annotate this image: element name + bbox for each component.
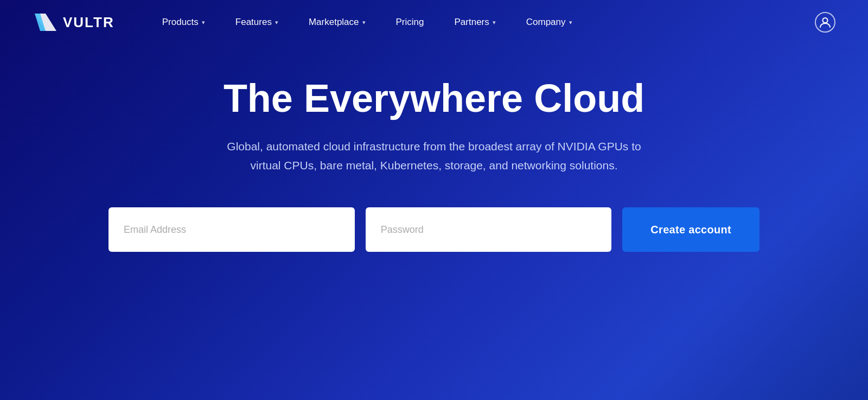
nav-item-features[interactable]: Features ▾ bbox=[220, 0, 293, 45]
vultr-logo-icon bbox=[33, 10, 56, 34]
chevron-down-icon: ▾ bbox=[493, 19, 496, 26]
nav-item-partners[interactable]: Partners ▾ bbox=[439, 0, 511, 45]
user-account-icon[interactable] bbox=[815, 12, 835, 33]
hero-title: The Everywhere Cloud bbox=[224, 77, 644, 120]
nav-item-marketplace[interactable]: Marketplace ▾ bbox=[293, 0, 381, 45]
password-input[interactable] bbox=[366, 207, 612, 252]
create-account-button[interactable]: Create account bbox=[622, 207, 760, 252]
nav-right bbox=[815, 12, 835, 33]
logo-text: VULTR bbox=[63, 14, 114, 31]
nav-item-products[interactable]: Products ▾ bbox=[147, 0, 220, 45]
chevron-down-icon: ▾ bbox=[362, 19, 366, 26]
hero-section: The Everywhere Cloud Global, automated c… bbox=[0, 45, 868, 252]
chevron-down-icon: ▾ bbox=[275, 19, 278, 26]
svg-point-2 bbox=[823, 18, 828, 23]
person-icon bbox=[819, 16, 831, 28]
chevron-down-icon: ▾ bbox=[202, 19, 205, 26]
chevron-down-icon: ▾ bbox=[569, 19, 572, 26]
signup-row: Create account bbox=[108, 207, 760, 252]
nav-item-company[interactable]: Company ▾ bbox=[511, 0, 588, 45]
nav-links: Products ▾ Features ▾ Marketplace ▾ Pric… bbox=[147, 0, 815, 45]
main-nav: VULTR Products ▾ Features ▾ Marketplace … bbox=[0, 0, 868, 45]
nav-item-pricing[interactable]: Pricing bbox=[381, 0, 439, 45]
email-input[interactable] bbox=[108, 207, 355, 252]
logo-link[interactable]: VULTR bbox=[33, 10, 114, 34]
hero-subtitle: Global, automated cloud infrastructure f… bbox=[222, 137, 646, 175]
